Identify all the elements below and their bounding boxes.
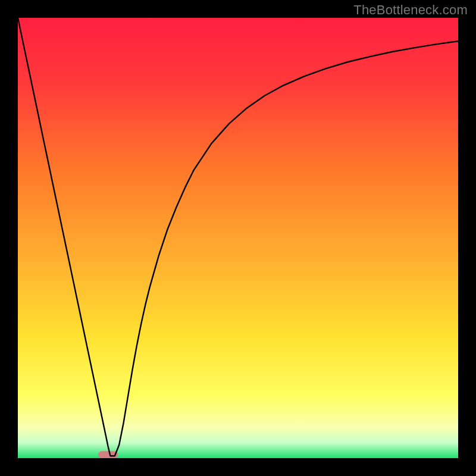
- chart-frame: TheBottleneck.com: [0, 0, 476, 476]
- chart-background: [18, 18, 458, 458]
- bottleneck-chart: [18, 18, 458, 458]
- attribution-text: TheBottleneck.com: [353, 2, 468, 18]
